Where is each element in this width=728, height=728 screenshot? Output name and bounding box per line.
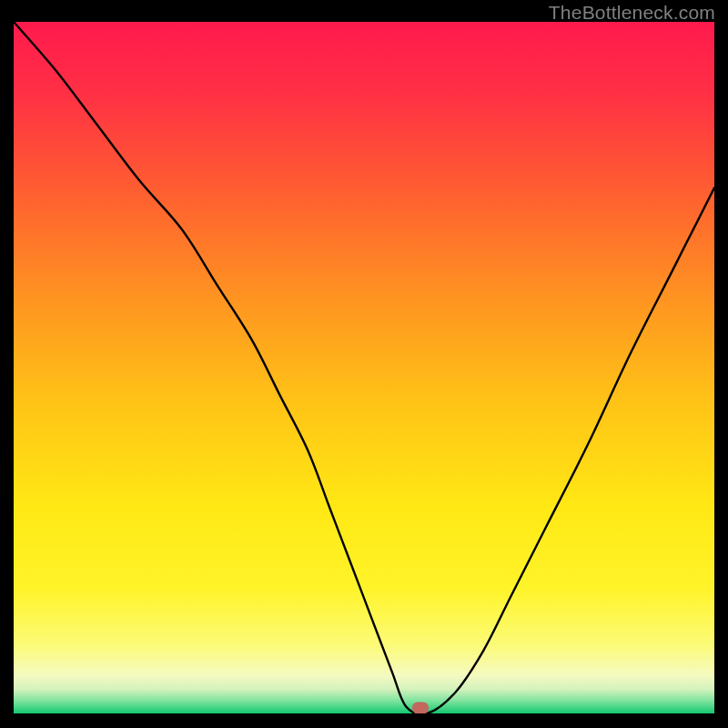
watermark-text: TheBottleneck.com: [549, 2, 715, 24]
bottleneck-curve: [14, 22, 714, 713]
plot-area: [14, 22, 714, 713]
optimal-point-marker: [412, 702, 429, 713]
chart-frame: TheBottleneck.com: [0, 0, 728, 728]
